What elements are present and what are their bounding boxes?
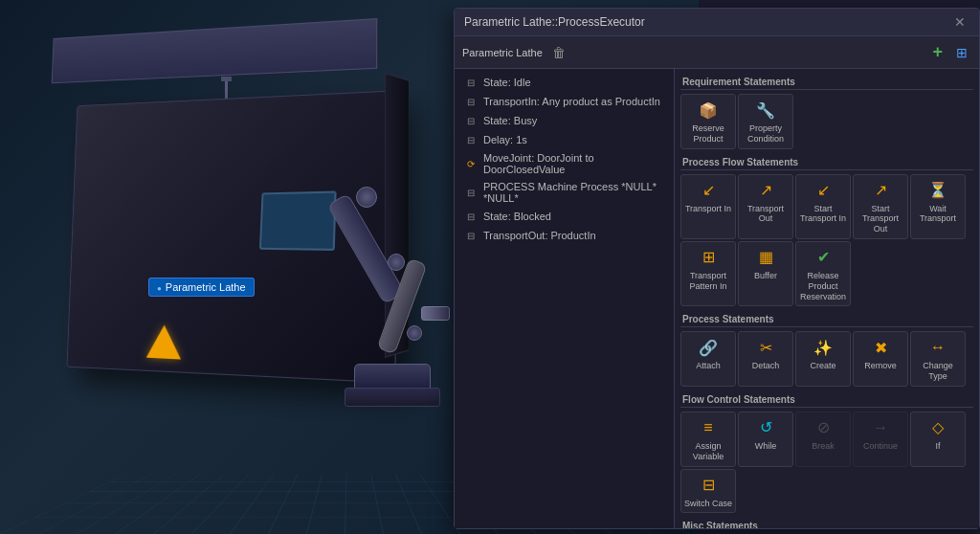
palette-item-icon: ✨ bbox=[810, 336, 836, 359]
palette-item[interactable]: ↔Change Type bbox=[910, 331, 966, 387]
palette-item-icon: 🔧 bbox=[752, 99, 779, 122]
process-item-icon: ⊟ bbox=[464, 210, 478, 223]
palette-item[interactable]: 🔗Attach bbox=[680, 331, 736, 387]
process-executor-dialog: Parametric Lathe::ProcessExecutor ✕ Para… bbox=[454, 8, 980, 529]
process-item-icon: ⊟ bbox=[464, 95, 478, 108]
dialog-toolbar: Parametric Lathe 🗑 + ⊞ bbox=[455, 36, 979, 69]
palette-item[interactable]: ↙Transport In bbox=[680, 174, 736, 239]
process-list-item[interactable]: ⊟TransportOut: ProductIn bbox=[455, 226, 674, 245]
palette-item[interactable]: ▦Buffer bbox=[738, 241, 793, 306]
process-item-icon: ⊟ bbox=[464, 76, 478, 89]
process-item-text: State: Blocked bbox=[483, 211, 551, 222]
palette-item-icon: ↗ bbox=[867, 179, 894, 202]
palette-item-label: Break bbox=[812, 441, 835, 452]
palette-item-icon: ⊘ bbox=[810, 416, 836, 439]
process-list: ⊟State: Idle⊟TransportIn: Any product as… bbox=[455, 69, 675, 528]
palette-item-label: Property Condition bbox=[741, 123, 791, 145]
palette-item[interactable]: ✔Release Product Reservation bbox=[795, 241, 851, 306]
palette-item[interactable]: ↗Transport Out bbox=[738, 174, 793, 239]
arm-joint-2 bbox=[388, 254, 405, 271]
process-item-text: TransportIn: Any product as ProductIn bbox=[483, 96, 660, 107]
arm-joint-3 bbox=[407, 325, 422, 341]
palette-item-label: Detach bbox=[752, 361, 780, 371]
process-item-icon: ⊟ bbox=[464, 186, 478, 199]
palette-item-label: Buffer bbox=[754, 271, 777, 281]
palette-item-icon: ↙ bbox=[695, 179, 722, 202]
process-item-text: Delay: 1s bbox=[483, 134, 527, 145]
palette-item-label: Change Type bbox=[913, 361, 963, 382]
palette-item-icon: ↔ bbox=[924, 336, 951, 359]
dialog-titlebar: Parametric Lathe::ProcessExecutor ✕ bbox=[455, 9, 979, 36]
palette-section-title: Misc Statements bbox=[680, 517, 973, 528]
add-statement-button[interactable]: + bbox=[928, 40, 947, 64]
process-list-item[interactable]: ⊟State: Busy bbox=[455, 111, 674, 130]
palette-item-label: Wait Transport bbox=[913, 204, 963, 225]
palette-section-title: Process Flow Statements bbox=[680, 153, 973, 170]
arm-segment-1 bbox=[327, 193, 406, 304]
delete-process-button[interactable]: 🗑 bbox=[548, 43, 569, 62]
process-item-icon: ⟳ bbox=[464, 157, 478, 170]
arm-joint-1 bbox=[356, 187, 377, 208]
palette-item[interactable]: ⏳Wait Transport bbox=[910, 174, 966, 239]
palette-item-icon: ▦ bbox=[752, 246, 779, 269]
process-item-icon: ⊟ bbox=[464, 229, 478, 242]
palette-item-icon: ⊞ bbox=[695, 246, 722, 269]
arm-base-plate bbox=[345, 388, 440, 407]
palette-item[interactable]: ↺While bbox=[738, 412, 793, 467]
process-list-item[interactable]: ⊟TransportIn: Any product as ProductIn bbox=[455, 92, 674, 111]
process-list-item[interactable]: ⊟Delay: 1s bbox=[455, 130, 674, 149]
palette-row: ≡Assign Variable↺While⊘Break→Continue◇If… bbox=[680, 412, 973, 513]
palette-item-label: Switch Case bbox=[684, 499, 732, 509]
palette-item-label: Transport Out bbox=[741, 204, 791, 225]
palette-item[interactable]: ≡Assign Variable bbox=[680, 412, 736, 467]
palette-item-icon: ◇ bbox=[924, 416, 951, 439]
palette-item-icon: ✖ bbox=[867, 336, 894, 359]
grid-view-button[interactable]: ⊞ bbox=[952, 43, 971, 62]
dialog-close-button[interactable]: ✕ bbox=[950, 14, 969, 30]
palette-section-title: Process Statements bbox=[680, 310, 973, 327]
process-list-item[interactable]: ⟳MoveJoint: DoorJoint to DoorClosedValue bbox=[455, 149, 674, 178]
toolbar-process-label: Parametric Lathe bbox=[462, 47, 543, 58]
palette-item-label: Remove bbox=[864, 361, 897, 371]
palette-item-icon: ↗ bbox=[752, 179, 779, 202]
palette-item: →Continue bbox=[853, 412, 908, 467]
palette-item-icon: ≡ bbox=[695, 416, 722, 439]
palette-item-icon: → bbox=[867, 416, 894, 439]
process-list-item[interactable]: ⊟State: Idle bbox=[455, 73, 674, 92]
process-item-text: State: Busy bbox=[483, 115, 537, 126]
palette-item[interactable]: ✂Detach bbox=[738, 331, 793, 387]
palette-item-label: Assign Variable bbox=[683, 441, 733, 462]
palette-item-icon: 📦 bbox=[695, 99, 722, 122]
palette-item[interactable]: ⊟Switch Case bbox=[680, 469, 736, 514]
palette-item[interactable]: ◇If bbox=[910, 412, 966, 467]
palette-item-icon: ⏳ bbox=[924, 179, 951, 202]
palette-item[interactable]: ↙Start Transport In bbox=[795, 174, 851, 239]
palette-item-label: If bbox=[935, 441, 940, 452]
palette-item-label: While bbox=[755, 441, 777, 452]
process-list-item[interactable]: ⊟State: Blocked bbox=[455, 207, 674, 226]
warning-triangle bbox=[146, 324, 182, 359]
palette-item-icon: ↙ bbox=[810, 179, 836, 202]
palette-item-icon: ✔ bbox=[810, 246, 836, 269]
palette-item[interactable]: ⊞Transport Pattern In bbox=[680, 241, 736, 306]
palette-item-icon: ↺ bbox=[752, 416, 779, 439]
palette-item-label: Transport In bbox=[685, 204, 731, 214]
palette-item-icon: ✂ bbox=[752, 336, 779, 359]
palette-item: ⊘Break bbox=[795, 412, 851, 467]
palette-item[interactable]: 🔧Property Condition bbox=[738, 94, 793, 149]
palette-item[interactable]: 📦Reserve Product bbox=[680, 94, 736, 149]
palette-item-label: Attach bbox=[696, 361, 721, 371]
dialog-body: ⊟State: Idle⊟TransportIn: Any product as… bbox=[455, 69, 979, 528]
palette-item[interactable]: ↗Start Transport Out bbox=[853, 174, 908, 239]
palette-item[interactable]: ✨Create bbox=[795, 331, 851, 387]
process-list-item[interactable]: ⊟PROCESS Machine Process *NULL* *NULL* bbox=[455, 178, 674, 207]
dialog-title: Parametric Lathe::ProcessExecutor bbox=[464, 15, 645, 29]
process-item-text: PROCESS Machine Process *NULL* *NULL* bbox=[483, 181, 664, 204]
palette-row: 🔗Attach✂Detach✨Create✖Remove↔Change Type bbox=[680, 331, 973, 387]
palette-section-title: Requirement Statements bbox=[680, 73, 973, 90]
palette-item-label: Reserve Product bbox=[683, 123, 733, 145]
palette-item-label: Release Product Reservation bbox=[798, 271, 848, 301]
palette-item[interactable]: ✖Remove bbox=[853, 331, 908, 387]
process-item-text: MoveJoint: DoorJoint to DoorClosedValue bbox=[483, 152, 664, 175]
process-item-icon: ⊟ bbox=[464, 133, 478, 146]
